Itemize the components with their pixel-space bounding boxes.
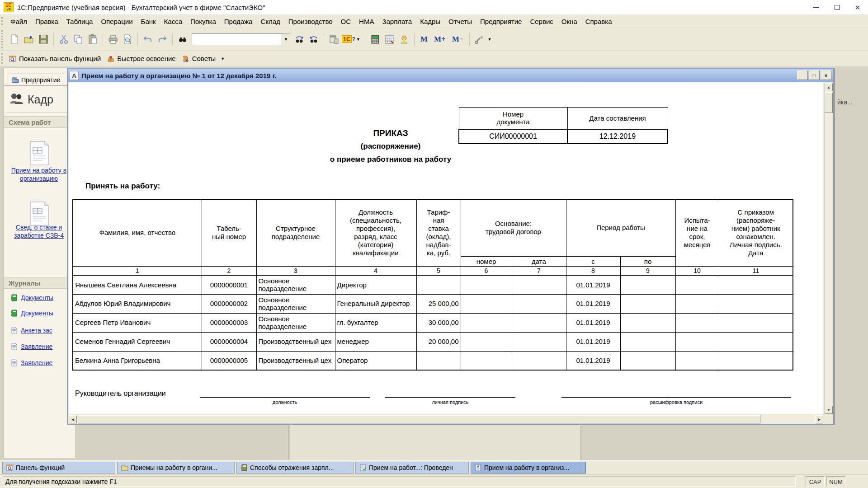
scroll-left-icon[interactable]: ◀ — [69, 415, 77, 423]
scroll-up-icon[interactable]: ▲ — [825, 83, 833, 91]
find-previous-icon[interactable] — [307, 32, 321, 47]
menu-production[interactable]: Производство — [284, 16, 337, 27]
menu-table[interactable]: Таблица — [62, 16, 97, 27]
tools-icon[interactable] — [472, 32, 487, 47]
search-input[interactable] — [192, 33, 282, 45]
col-header-rate: Тариф- ная ставка (оклад), надбав- ка, р… — [416, 199, 461, 266]
menu-os[interactable]: ОС — [337, 16, 355, 27]
horizontal-scrollbar[interactable]: ◀ ▶ — [69, 415, 823, 423]
calculator-icon[interactable] — [368, 32, 382, 47]
page-icon — [10, 343, 18, 350]
tab-enterprise[interactable]: Предприятие — [8, 74, 64, 85]
page-icon — [10, 327, 18, 334]
minimize-button[interactable] — [806, 0, 826, 15]
journal-link-documents-1[interactable]: Документы — [10, 294, 53, 301]
menu-service[interactable]: Сервис — [526, 16, 557, 27]
doc-minimize-button[interactable]: _ — [797, 70, 808, 80]
toolbar2-dropdown-icon[interactable]: ▼ — [221, 56, 225, 61]
menu-sale[interactable]: Продажа — [220, 16, 257, 27]
close-button[interactable]: ✕ — [847, 0, 868, 15]
main-titlebar: 1С v8 1С:Предприятие (учебная версия) - … — [0, 0, 868, 15]
menu-salary[interactable]: Зарплата — [378, 16, 416, 27]
menu-reports[interactable]: Отчеты — [444, 16, 476, 27]
doc-maximize-button[interactable]: □ — [809, 70, 820, 80]
doc-close-button[interactable]: × — [821, 70, 831, 80]
find-icon[interactable] — [175, 32, 190, 47]
menu-purchase[interactable]: Покупка — [186, 16, 220, 27]
menu-warehouse[interactable]: Склад — [256, 16, 284, 27]
tools-dropdown-icon[interactable]: ▼ — [487, 37, 491, 42]
print-preview-icon[interactable] — [120, 32, 135, 47]
table-row: Семенов Геннадий Сергеевич0000000004Прои… — [73, 332, 793, 351]
col-header-probation: Испыта- ние на срок, месяцев — [675, 199, 719, 266]
order-title: ПРИКАЗ (распоряжение) о приеме работнико… — [291, 128, 490, 168]
scroll-down-icon[interactable]: ▼ — [825, 406, 833, 414]
vertical-scroll-thumb[interactable] — [825, 92, 833, 113]
taskbar-tab-function-panel[interactable]: Панель функций — [2, 462, 115, 474]
menu-windows[interactable]: Окна — [557, 16, 581, 27]
building-icon — [12, 76, 19, 84]
tips-button[interactable]: ? Советы — [180, 53, 220, 64]
memory-plus-button[interactable]: М+ — [431, 35, 449, 44]
hire-section-label: Принять на работу: — [85, 182, 160, 191]
taskbar-tab-hire-posted[interactable]: Прием на работ...: Проведен — [355, 462, 469, 474]
app-title: 1С:Предприятие (учебная версия) - Бухгал… — [17, 4, 265, 11]
menu-edit[interactable]: Правка — [31, 16, 62, 27]
link-anketa[interactable]: Анкета зас — [10, 327, 52, 334]
journal-green-icon — [10, 310, 18, 317]
link-statement-1[interactable]: Заявление — [10, 343, 52, 350]
taskbar-tab-salary-methods[interactable]: Способы отражения зарпл... — [236, 462, 354, 474]
menu-operations[interactable]: Операции — [97, 16, 137, 27]
link-szv-record[interactable]: Свед. о стаже и заработке СЗВ-4 — [5, 224, 73, 239]
quick-learning-button[interactable]: Быстрое освоение — [105, 53, 180, 64]
print-icon[interactable] — [106, 32, 120, 47]
toolbar-grip[interactable] — [1, 30, 3, 48]
document-titlebar[interactable]: А Прием на работу в организацию № 1 от 1… — [68, 69, 833, 82]
cut-icon[interactable] — [57, 32, 71, 47]
menu-hr[interactable]: Кадры — [416, 16, 444, 27]
people-icon — [9, 92, 24, 107]
calendar-icon[interactable] — [382, 32, 397, 47]
undo-icon[interactable] — [141, 32, 155, 47]
copy-window-icon[interactable] — [327, 32, 341, 47]
copy-icon[interactable] — [71, 32, 85, 47]
num-lock-indicator: NUM — [826, 476, 845, 487]
menu-cash[interactable]: Касса — [160, 16, 186, 27]
help-dropdown-icon[interactable]: ▼ — [356, 37, 360, 42]
link-hire-to-organization[interactable]: Прием на работу в организацию — [5, 167, 73, 183]
memory-button[interactable]: М — [417, 35, 431, 44]
restore-button[interactable] — [826, 0, 847, 15]
search-combobox: ▼ — [192, 33, 290, 45]
taskbar-tab-hire-printform[interactable]: А Прием на работу в организ... — [471, 462, 586, 474]
document-title: Прием на работу в организацию № 1 от 12 … — [81, 72, 276, 80]
menu-grip[interactable] — [1, 17, 3, 25]
horizontal-scroll-thumb[interactable] — [78, 415, 760, 423]
menu-bank[interactable]: Банк — [137, 16, 160, 27]
doc-number-label: Номер документа — [459, 108, 567, 129]
redo-icon[interactable] — [155, 32, 170, 47]
find-next-icon[interactable] — [292, 32, 307, 47]
menu-enterprise[interactable]: Предприятие — [476, 16, 526, 27]
new-document-icon[interactable] — [7, 32, 22, 47]
open-icon[interactable] — [22, 32, 36, 47]
table-row: Абдулов Юрий Владимирович0000000002Основ… — [73, 294, 793, 313]
toolbar2-grip[interactable] — [1, 53, 3, 64]
search-dropdown-icon[interactable]: ▼ — [282, 33, 290, 45]
taskbar-tab-hire-journal[interactable]: Приемы на работу в органи... — [117, 462, 235, 474]
vertical-scrollbar[interactable]: ▲ ▼ — [824, 83, 832, 414]
scroll-right-icon[interactable]: ▶ — [815, 415, 823, 423]
save-icon[interactable] — [36, 32, 51, 47]
menu-help[interactable]: Справка — [581, 16, 616, 27]
col-header-basis-date: дата — [512, 256, 566, 266]
help-1c-icon[interactable]: 1С? — [341, 32, 356, 47]
col-header-basis: Основание: трудовой договор — [461, 199, 566, 256]
advisor-icon[interactable] — [397, 32, 411, 47]
menu-file[interactable]: Файл — [6, 16, 31, 27]
link-statement-2[interactable]: Заявление — [10, 359, 52, 366]
journal-link-documents-2[interactable]: Документы — [10, 310, 53, 317]
status-bar: Для получения подсказки нажмите F1 CAP N… — [0, 474, 868, 488]
paste-icon[interactable] — [85, 32, 100, 47]
memory-minus-button[interactable]: М− — [449, 35, 467, 44]
menu-nma[interactable]: НМА — [355, 16, 378, 27]
show-function-panel-button[interactable]: Показать панель функций — [7, 53, 105, 64]
